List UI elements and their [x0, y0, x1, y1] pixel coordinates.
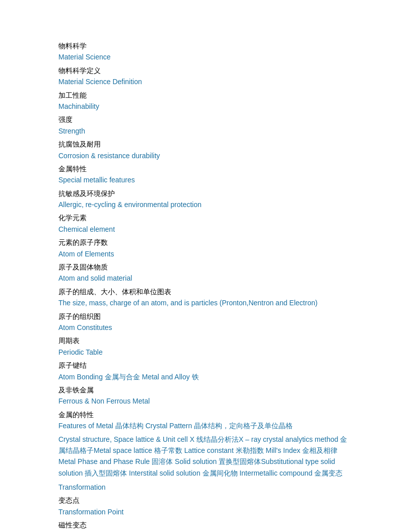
- chinese-text: 化学元素: [58, 212, 353, 223]
- english-text: Transformation Point: [58, 506, 353, 517]
- list-item: 物料科学定义 Material Science Definition: [58, 65, 353, 88]
- english-text: Atom of Elements: [58, 248, 353, 259]
- list-item: 强度 Strength: [58, 114, 353, 137]
- list-item: Transformation: [58, 482, 353, 493]
- list-item: 元素的原子序数 Atom of Elements: [58, 237, 353, 259]
- list-item: 抗腐蚀及耐用 Corrosion & resistance durability: [58, 139, 353, 161]
- list-item: Crystal structure, Space lattice & Unit …: [58, 434, 353, 479]
- chinese-text: 原子键结: [58, 360, 353, 371]
- english-text: Allergic, re-cycling & environmental pro…: [58, 199, 353, 210]
- list-item: 磁性变态: [58, 519, 353, 530]
- list-item: 及非铁金属 Ferrous & Non Ferrous Metal: [58, 384, 353, 407]
- english-text: The size, mass, charge of an atom, and i…: [58, 297, 353, 308]
- chinese-text: 磁性变态: [58, 519, 353, 530]
- chinese-text: 原子及固体物质: [58, 261, 353, 273]
- english-text: Strength: [58, 125, 353, 137]
- list-item: 物料科学 Material Science: [58, 40, 353, 63]
- list-item: 原子的组成、大小、体积和单位图表 The size, mass, charge …: [58, 286, 353, 309]
- english-text: Atom Constitutes: [58, 322, 353, 333]
- chinese-text: 及非铁金属: [58, 384, 353, 395]
- list-item: 抗敏感及环境保护 Allergic, re-cycling & environm…: [58, 188, 353, 211]
- chinese-text: 金属特性: [58, 163, 353, 174]
- chinese-text: 强度: [58, 114, 353, 125]
- english-text: Material Science Definition: [58, 76, 353, 87]
- chinese-text: 加工性能: [58, 90, 353, 101]
- english-text: Periodic Table: [58, 347, 353, 358]
- list-item: 原子及固体物质 Atom and solid material: [58, 261, 353, 284]
- list-item: 化学元素 Chemical element: [58, 212, 353, 235]
- chinese-text: 抗敏感及环境保护: [58, 188, 353, 199]
- english-text: Corrosion & resistance durability: [58, 150, 353, 161]
- chinese-text: 原子的组成、大小、体积和单位图表: [58, 286, 353, 297]
- english-text: Atom and solid material: [58, 273, 353, 284]
- english-text: Material Science: [58, 51, 353, 62]
- english-text: Chemical element: [58, 224, 353, 235]
- english-text: Special metallic features: [58, 174, 353, 185]
- chinese-text: 金属的特性: [58, 409, 353, 420]
- english-text: Machinability: [58, 101, 353, 112]
- chinese-text: 抗腐蚀及耐用: [58, 139, 353, 150]
- english-text: Ferrous & Non Ferrous Metal: [58, 395, 353, 407]
- chinese-text: 周期表: [58, 335, 353, 346]
- english-text: Crystal structure, Space lattice & Unit …: [58, 434, 353, 479]
- english-text: Atom Bonding 金属与合金 Metal and Alloy 铁: [58, 371, 353, 382]
- content-container: 物料科学 Material Science 物料科学定义 Material Sc…: [58, 40, 353, 531]
- chinese-text: 物料科学: [58, 40, 353, 51]
- chinese-text: 原子的组织图: [58, 311, 353, 322]
- list-item: 金属特性 Special metallic features: [58, 163, 353, 186]
- list-item: 原子键结 Atom Bonding 金属与合金 Metal and Alloy …: [58, 360, 353, 382]
- chinese-text: 元素的原子序数: [58, 237, 353, 248]
- chinese-text: 物料科学定义: [58, 65, 353, 76]
- list-item: 金属的特性 Features of Metal 晶体结构 Crystal Pat…: [58, 409, 353, 432]
- chinese-text: 变态点: [58, 495, 353, 506]
- list-item: 变态点 Transformation Point: [58, 495, 353, 517]
- list-item: 周期表 Periodic Table: [58, 335, 353, 358]
- list-item: 原子的组织图 Atom Constitutes: [58, 311, 353, 334]
- english-text: Transformation: [58, 482, 353, 493]
- list-item: 加工性能 Machinability: [58, 90, 353, 112]
- english-text: Features of Metal 晶体结构 Crystal Pattern 晶…: [58, 420, 353, 431]
